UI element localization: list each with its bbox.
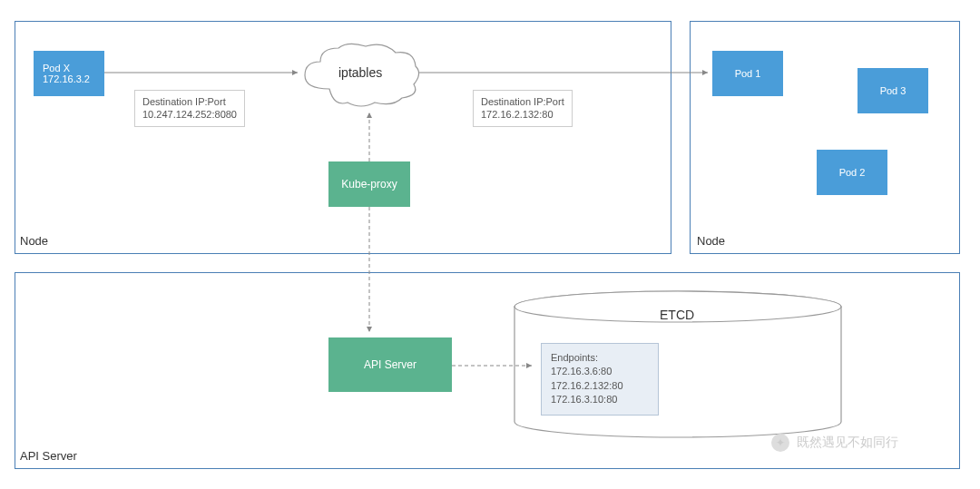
dest-box-1: Destination IP:Port 10.247.124.252:8080 xyxy=(134,90,245,127)
dest1-value: 10.247.124.252:8080 xyxy=(142,108,237,121)
node-left-label: Node xyxy=(20,234,48,248)
dest2-title: Destination IP:Port xyxy=(481,95,564,108)
iptables-label: iptables xyxy=(338,65,382,80)
dest-box-2: Destination IP:Port 172.16.2.132:80 xyxy=(473,90,573,127)
endpoints-title: Endpoints: xyxy=(551,351,649,365)
watermark: ✦ 既然遇见不如同行 xyxy=(771,434,898,452)
dest2-value: 172.16.2.132:80 xyxy=(481,108,564,121)
api-server-container-label: API Server xyxy=(20,449,77,463)
kube-proxy-label: Kube-proxy xyxy=(341,178,397,191)
pod-2-name: Pod 2 xyxy=(839,167,866,178)
pod-x-ip: 172.16.3.2 xyxy=(43,73,90,84)
endpoints-item-1: 172.16.2.132:80 xyxy=(551,379,649,393)
endpoints-box: Endpoints: 172.16.3.6:80 172.16.2.132:80… xyxy=(541,343,659,416)
watermark-text: 既然遇见不如同行 xyxy=(797,435,898,451)
pod-1: Pod 1 xyxy=(712,51,783,96)
api-server-box-label: API Server xyxy=(364,358,416,371)
endpoints-item-0: 172.16.3.6:80 xyxy=(551,365,649,378)
dest1-title: Destination IP:Port xyxy=(142,95,237,108)
api-server-box: API Server xyxy=(328,337,452,392)
pod-3: Pod 3 xyxy=(858,68,928,113)
kube-proxy-box: Kube-proxy xyxy=(328,161,410,207)
pod-x: Pod X 172.16.3.2 xyxy=(34,51,104,96)
wechat-icon: ✦ xyxy=(771,434,789,452)
etcd-label: ETCD xyxy=(660,308,694,322)
pod-1-name: Pod 1 xyxy=(735,68,761,79)
pod-3-name: Pod 3 xyxy=(880,85,906,96)
pod-x-name: Pod X xyxy=(43,63,70,73)
pod-2: Pod 2 xyxy=(817,150,887,195)
endpoints-item-2: 172.16.3.10:80 xyxy=(551,393,649,406)
node-right-label: Node xyxy=(697,234,725,248)
